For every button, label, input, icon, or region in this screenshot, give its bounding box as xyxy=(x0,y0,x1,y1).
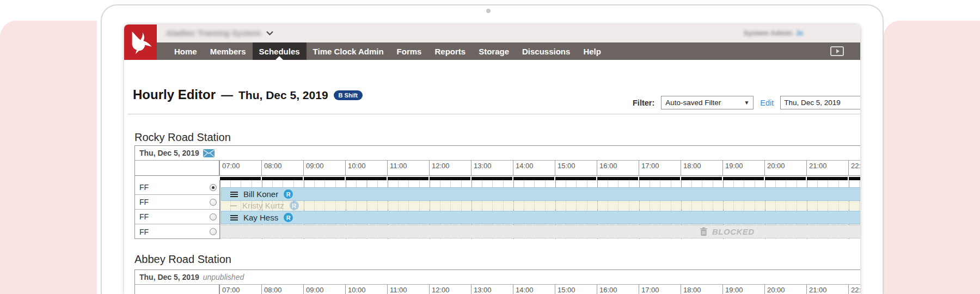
hour-label: 08:00 xyxy=(261,285,303,294)
position-label: FF xyxy=(139,212,149,221)
envelope-icon[interactable] xyxy=(203,149,215,157)
row-radio-2[interactable] xyxy=(210,199,217,206)
filter-edit-link[interactable]: Edit xyxy=(760,99,774,107)
row-radio-1[interactable] xyxy=(210,184,217,191)
date-input[interactable] xyxy=(780,96,860,109)
nav-item-members[interactable]: Members xyxy=(204,42,253,60)
hour-label: 14:00 xyxy=(513,161,555,175)
row-radio-3[interactable] xyxy=(210,213,217,220)
hour-label: 18:00 xyxy=(681,161,722,175)
hour-header-row: 07:00 08:00 09:00 10:00 11:00 12:00 13:0… xyxy=(135,285,860,294)
hour-label: 10:00 xyxy=(345,161,387,175)
drag-handle-icon[interactable] xyxy=(230,192,238,197)
schedule-table-abbey: Thu, Dec 5, 2019 unpublished 07:00 08:00… xyxy=(134,270,860,294)
station-heading-abbey: Abbey Road Station xyxy=(134,253,231,266)
hour-label: 09:00 xyxy=(303,161,345,175)
shift-member-name: Kay Hess xyxy=(243,213,278,222)
hour-label: 20:00 xyxy=(764,285,806,294)
hour-label: 13:00 xyxy=(471,161,513,175)
schedule-table-rocky: Thu, Dec 5, 2019 07:00 08:00 09:00 10:00… xyxy=(134,145,860,239)
shift-member-name: Bill Koner xyxy=(243,189,278,199)
nav-item-forms[interactable]: Forms xyxy=(390,42,428,60)
video-help-button[interactable] xyxy=(830,46,844,56)
hour-label: 16:00 xyxy=(597,285,639,294)
position-label-column: FF FF FF FF xyxy=(135,180,220,239)
backdrop-pink-right xyxy=(884,21,980,294)
nav-item-home[interactable]: Home xyxy=(168,42,204,60)
chevron-down-icon[interactable] xyxy=(266,31,273,35)
hour-label: 18:00 xyxy=(681,285,722,294)
drag-handle-icon[interactable] xyxy=(230,205,237,206)
backdrop-pink-left xyxy=(0,21,97,294)
trash-icon[interactable] xyxy=(700,227,708,236)
unpublished-label: unpublished xyxy=(203,273,244,281)
hour-label: 17:00 xyxy=(639,161,681,175)
shift-bar-kristy-kurtz[interactable]: Kristy Kurtz R xyxy=(221,201,860,210)
nav-item-help[interactable]: Help xyxy=(577,42,608,60)
schedule-date: Thu, Dec 5, 2019 xyxy=(139,273,199,281)
browser-card-dot xyxy=(486,9,491,13)
position-row-2: FF xyxy=(135,195,220,210)
hour-label: 09:00 xyxy=(303,285,345,294)
hour-label: 10:00 xyxy=(345,285,387,294)
nav-item-reports[interactable]: Reports xyxy=(428,42,472,60)
org-name-blurred: Aladtec Training System xyxy=(166,28,261,38)
hour-label: 17:00 xyxy=(639,285,681,294)
filter-label: Filter: xyxy=(633,99,654,107)
nav-item-schedules[interactable]: Schedules xyxy=(253,42,307,60)
blocked-label: BLOCKED xyxy=(712,227,755,236)
position-label: FF xyxy=(139,183,149,192)
hour-label: 07:00 xyxy=(219,161,261,175)
hour-label: 20:00 xyxy=(764,161,806,175)
filter-row: Filter: Auto-saved Filter ▼ Edit xyxy=(633,95,860,110)
hour-label: 19:00 xyxy=(722,161,764,175)
page-title-date: Thu, Dec 5, 2019 xyxy=(238,89,328,102)
main-nav: Home Members Schedules Time Clock Admin … xyxy=(124,42,860,60)
hour-label: 15:00 xyxy=(555,161,597,175)
schedule-date-row: Thu, Dec 5, 2019 unpublished xyxy=(135,270,860,285)
recurring-badge: R xyxy=(290,201,299,210)
select-arrow-icon: ▼ xyxy=(744,100,749,106)
header-divider xyxy=(128,114,860,114)
hour-label: 21:00 xyxy=(806,285,848,294)
app-top-strip: Aladtec Training System System Admin Jc xyxy=(124,24,860,42)
page-title: Hourly Editor xyxy=(133,87,216,102)
timeline-grid[interactable]: Bill Koner R Kristy Kurtz R Kay Hess R xyxy=(220,180,860,239)
blocked-bar[interactable]: BLOCKED xyxy=(220,225,860,238)
shift-bar-bill-koner[interactable]: Bill Koner R xyxy=(221,187,860,201)
hour-label: 14:00 xyxy=(513,285,555,294)
filter-select[interactable]: Auto-saved Filter ▼ xyxy=(661,96,754,109)
hour-label: 21:00 xyxy=(806,161,848,175)
hour-label: 15:00 xyxy=(555,285,597,294)
hour-label: 22:00 xyxy=(848,161,860,175)
hour-label: 22:00 xyxy=(848,285,860,294)
hour-label: 11:00 xyxy=(387,285,429,294)
shift-member-name: Kristy Kurtz xyxy=(242,201,284,210)
position-row-1: FF xyxy=(135,180,220,195)
hummingbird-icon xyxy=(128,29,153,56)
nav-item-time-clock-admin[interactable]: Time Clock Admin xyxy=(307,42,390,60)
app-screenshot: Aladtec Training System System Admin Jc … xyxy=(124,24,860,294)
hour-label: 19:00 xyxy=(722,285,764,294)
user-link-blurred[interactable]: Jc xyxy=(796,29,804,37)
user-name-blurred: System Admin xyxy=(744,29,793,37)
filter-select-value: Auto-saved Filter xyxy=(665,99,721,107)
org-selector[interactable]: Aladtec Training System xyxy=(166,28,273,38)
position-row-4: FF xyxy=(135,224,220,239)
recurring-badge: R xyxy=(284,213,293,222)
nav-item-discussions[interactable]: Discussions xyxy=(516,42,577,60)
hour-label: 11:00 xyxy=(387,161,429,175)
recurring-badge: R xyxy=(284,189,293,199)
user-menu[interactable]: System Admin Jc xyxy=(744,29,804,37)
schedule-date: Thu, Dec 5, 2019 xyxy=(139,149,199,157)
brand-logo[interactable] xyxy=(124,24,157,60)
nav-item-storage[interactable]: Storage xyxy=(472,42,516,60)
play-icon xyxy=(836,49,840,53)
hour-label: 07:00 xyxy=(219,285,261,294)
drag-handle-icon[interactable] xyxy=(230,215,238,220)
shift-bar-kay-hess[interactable]: Kay Hess R xyxy=(221,211,860,224)
hour-label: 16:00 xyxy=(597,161,639,175)
hour-label: 12:00 xyxy=(429,161,471,175)
row-radio-4[interactable] xyxy=(210,228,217,235)
hour-label: 13:00 xyxy=(471,285,513,294)
